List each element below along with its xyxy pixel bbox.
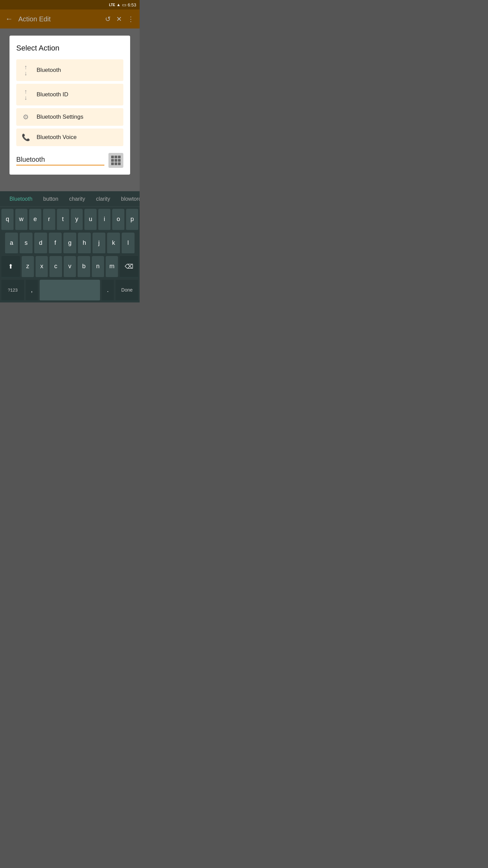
key-k[interactable]: k (107, 233, 120, 254)
keyboard: q w e r t y u i o p a s d f g h j k l ⬆ … (0, 207, 140, 302)
back-button[interactable]: ← (5, 15, 13, 23)
keyboard-row-1: q w e r t y u i o p (1, 209, 138, 231)
signal-icon: ▲ (117, 2, 121, 7)
key-m[interactable]: m (106, 256, 118, 278)
autocomplete-bar: Bluetooth button charity clarity blowtor… (0, 191, 140, 207)
key-x[interactable]: x (36, 256, 48, 278)
key-t[interactable]: t (57, 209, 69, 231)
shift-key[interactable]: ⬆ (1, 256, 20, 278)
action-item-bluetooth-settings[interactable]: ⚙ Bluetooth Settings (16, 108, 123, 126)
num-key[interactable]: ?123 (1, 280, 24, 301)
key-w[interactable]: w (15, 209, 27, 231)
key-o[interactable]: o (112, 209, 124, 231)
key-b[interactable]: b (78, 256, 90, 278)
delete-key[interactable]: ⌫ (120, 256, 138, 278)
autocomplete-word-3[interactable]: clarity (90, 196, 116, 202)
status-time: 6:53 (128, 2, 136, 7)
key-n[interactable]: n (92, 256, 104, 278)
autocomplete-word-2[interactable]: charity (64, 196, 90, 202)
dialog-title: Select Action (16, 44, 123, 53)
key-u[interactable]: u (84, 209, 97, 231)
keyboard-row-3: ⬆ z x c v b n m ⌫ (1, 256, 138, 278)
refresh-button[interactable]: ↺ (105, 15, 111, 23)
gear-icon: ⚙ (22, 113, 30, 121)
action-label-bluetooth-id: Bluetooth ID (37, 91, 68, 98)
keyboard-row-2: a s d f g h j k l (1, 233, 138, 254)
autocomplete-word-0[interactable]: Bluetooth (4, 196, 38, 202)
transfer-icon-2: ↑ ↓ (22, 88, 30, 101)
action-list: ↑ ↓ Bluetooth ↑ ↓ Bluetooth ID ⚙ Bluetoo… (16, 59, 123, 146)
status-bar-icons: LTE ▲ ▭ 6:53 (109, 2, 136, 7)
key-r[interactable]: r (43, 209, 55, 231)
key-z[interactable]: z (22, 256, 34, 278)
key-y[interactable]: y (71, 209, 83, 231)
app-bar-actions: ↺ ✕ ⋮ (105, 15, 134, 23)
key-e[interactable]: e (29, 209, 41, 231)
action-item-bluetooth[interactable]: ↑ ↓ Bluetooth (16, 59, 123, 81)
phone-icon: 📞 (22, 133, 30, 141)
grid-button[interactable] (108, 153, 123, 168)
action-label-bluetooth: Bluetooth (37, 67, 61, 74)
key-f[interactable]: f (49, 233, 62, 254)
key-g[interactable]: g (63, 233, 76, 254)
key-l[interactable]: l (122, 233, 135, 254)
search-input[interactable] (16, 156, 104, 165)
action-item-bluetooth-voice[interactable]: 📞 Bluetooth Voice (16, 129, 123, 146)
autocomplete-word-4[interactable]: blowtorch (116, 196, 140, 202)
page-title: Action Edit (18, 15, 100, 23)
transfer-icon: ↑ ↓ (22, 64, 30, 76)
more-button[interactable]: ⋮ (127, 15, 134, 23)
key-c[interactable]: c (49, 256, 62, 278)
key-q[interactable]: q (1, 209, 14, 231)
action-label-bluetooth-settings: Bluetooth Settings (37, 114, 83, 120)
battery-icon: ▭ (122, 2, 126, 7)
close-button[interactable]: ✕ (116, 15, 122, 23)
app-bar: ← Action Edit ↺ ✕ ⋮ (0, 9, 140, 28)
status-bar: LTE ▲ ▭ 6:53 (0, 0, 140, 9)
key-p[interactable]: p (126, 209, 138, 231)
network-type: LTE (109, 3, 115, 7)
action-item-bluetooth-id[interactable]: ↑ ↓ Bluetooth ID (16, 84, 123, 105)
key-i[interactable]: i (98, 209, 110, 231)
key-d[interactable]: d (34, 233, 47, 254)
action-label-bluetooth-voice: Bluetooth Voice (37, 134, 77, 141)
period-key[interactable]: . (102, 280, 114, 301)
autocomplete-word-1[interactable]: button (38, 196, 64, 202)
key-a[interactable]: a (5, 233, 18, 254)
key-h[interactable]: h (78, 233, 91, 254)
key-s[interactable]: s (20, 233, 33, 254)
done-key[interactable]: Done (116, 280, 138, 301)
keyboard-row-4: ?123 , . Done (1, 280, 138, 301)
grid-icon (111, 156, 121, 165)
search-area (16, 153, 123, 168)
key-j[interactable]: j (93, 233, 105, 254)
select-action-dialog: Select Action ↑ ↓ Bluetooth ↑ ↓ Bluetoot… (9, 36, 130, 175)
key-v[interactable]: v (64, 256, 76, 278)
search-input-wrapper (16, 156, 104, 165)
space-key[interactable] (40, 280, 100, 301)
comma-key[interactable]: , (26, 280, 38, 301)
